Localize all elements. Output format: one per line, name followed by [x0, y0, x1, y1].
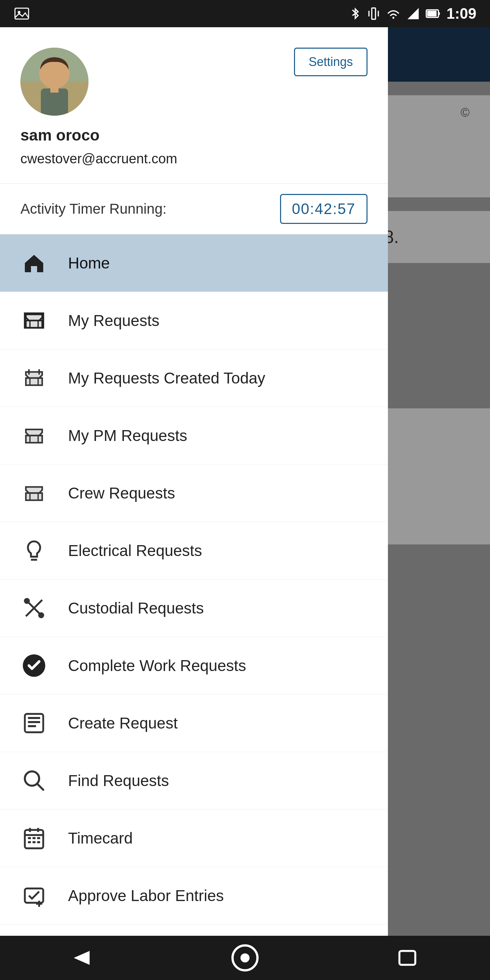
nav-item-electrical-requests[interactable]: Electrical Requests: [0, 522, 388, 579]
svg-point-18: [25, 599, 29, 603]
signal-icon: [407, 6, 419, 21]
nav-item-home[interactable]: Home: [0, 234, 388, 292]
image-icon: [14, 5, 30, 22]
svg-point-19: [39, 613, 43, 617]
nav-label-approve-labor: Approve Labor Entries: [68, 886, 224, 905]
svg-rect-37: [37, 837, 40, 839]
svg-rect-27: [28, 725, 36, 727]
avatar-illustration: [21, 48, 89, 116]
vibrate-icon: [368, 6, 380, 21]
nav-label-create-request: Create Request: [68, 714, 178, 732]
svg-rect-35: [28, 837, 31, 839]
nav-label-find-requests: Find Requests: [68, 772, 169, 790]
status-time: 1:09: [447, 5, 476, 22]
wifi-icon: [386, 6, 401, 21]
nav-label-timecard: Timecard: [68, 829, 133, 847]
nav-label-my-pm-requests: My PM Requests: [68, 426, 187, 445]
svg-rect-0: [15, 8, 29, 19]
svg-rect-40: [37, 841, 40, 843]
svg-rect-39: [33, 841, 36, 843]
timer-value: 00:42:57: [280, 194, 368, 224]
svg-line-30: [37, 784, 43, 790]
svg-rect-9: [427, 11, 437, 17]
nav-item-find-requests[interactable]: Find Requests: [0, 752, 388, 810]
nav-item-timecard[interactable]: Timecard: [0, 810, 388, 867]
user-name: sam oroco: [21, 126, 368, 144]
home-button[interactable]: [228, 941, 262, 975]
svg-rect-2: [372, 8, 375, 19]
nav-label-custodial-requests: Custodial Requests: [68, 599, 204, 617]
nav-label-home: Home: [68, 254, 110, 272]
nav-label-complete-work: Complete Work Requests: [68, 656, 246, 675]
svg-point-46: [240, 953, 250, 963]
nav-label-my-requests-today: My Requests Created Today: [68, 369, 266, 387]
status-bar-right: 1:09: [349, 5, 476, 22]
svg-rect-25: [28, 717, 40, 719]
nav-label-crew-requests: Crew Requests: [68, 484, 175, 502]
nav-item-my-requests[interactable]: My Requests: [0, 292, 388, 350]
svg-point-5: [392, 17, 395, 19]
check-edit-icon: [21, 882, 48, 909]
nav-item-my-pm-requests[interactable]: My PM Requests: [0, 407, 388, 465]
back-button[interactable]: [65, 941, 99, 975]
avatar: [21, 48, 89, 116]
user-profile: Settings sam oroco cwestover@accruent.co…: [0, 27, 388, 183]
inbox-icon-1: [21, 307, 48, 334]
inbox-icon-3: [21, 422, 48, 449]
nav-item-custodial-requests[interactable]: Custodial Requests: [0, 579, 388, 637]
nav-label-my-requests: My Requests: [68, 311, 159, 330]
nav-item-approve-labor[interactable]: Approve Labor Entries: [0, 867, 388, 924]
nav-label-electrical-requests: Electrical Requests: [68, 541, 202, 560]
svg-rect-47: [399, 951, 415, 965]
battery-icon: [425, 6, 440, 21]
svg-rect-14: [50, 86, 59, 92]
inbox-icon-2: [21, 364, 48, 392]
user-email: cwestover@accruent.com: [21, 151, 368, 166]
profile-header: Settings: [21, 48, 368, 116]
home-icon: [21, 250, 48, 277]
bluetooth-icon: [349, 6, 361, 21]
list-icon: [21, 710, 48, 737]
svg-marker-6: [407, 8, 418, 19]
nav-item-complete-work[interactable]: Complete Work Requests: [0, 637, 388, 695]
nav-menu: Home My Requests: [0, 234, 388, 924]
nav-drawer: Settings sam oroco cwestover@accruent.co…: [0, 27, 388, 980]
timer-label: Activity Timer Running:: [21, 201, 166, 217]
status-bar: 1:09: [0, 0, 490, 27]
nav-item-crew-requests[interactable]: Crew Requests: [0, 465, 388, 522]
tools-icon: [21, 595, 48, 622]
bottom-nav: [0, 936, 490, 980]
recent-button[interactable]: [391, 941, 425, 975]
search-icon: [21, 767, 48, 794]
calendar-icon: [21, 824, 48, 852]
status-bar-left: [14, 5, 30, 22]
svg-rect-26: [28, 721, 40, 723]
svg-rect-8: [438, 12, 440, 15]
check-circle-icon: [21, 652, 48, 679]
nav-item-my-requests-today[interactable]: My Requests Created Today: [0, 350, 388, 407]
svg-marker-44: [74, 951, 90, 965]
svg-rect-36: [33, 837, 36, 839]
timer-section: Activity Timer Running: 00:42:57: [0, 183, 388, 234]
nav-item-create-request[interactable]: Create Request: [0, 695, 388, 752]
avatar-img: [21, 48, 89, 116]
svg-rect-38: [28, 841, 31, 843]
inbox-icon-4: [21, 479, 48, 507]
lightbulb-icon: [21, 537, 48, 564]
settings-button[interactable]: Settings: [294, 48, 368, 76]
